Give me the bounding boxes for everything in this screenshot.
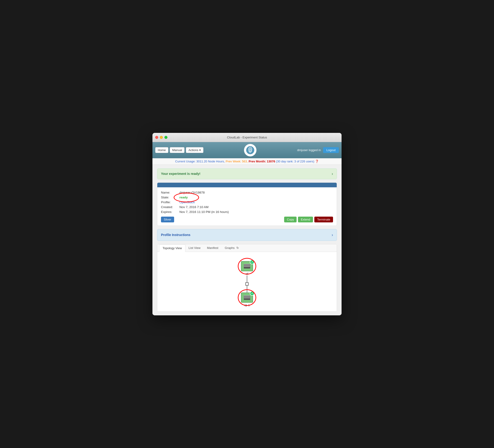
info-table: Name: dmjuser-QV19878 State: ready Profi… [157,190,337,214]
node-cp1-group[interactable]: ✓ cp-1 [241,293,253,307]
cp1-label: cp-1 [241,304,253,307]
sliver-button[interactable]: Sliver [161,217,174,222]
usage-prefix: Current Usage: 3011.20 Node Hours, [175,160,226,163]
profile-instructions-banner[interactable]: Profile Instructions › [157,229,337,241]
navbar: Home Manual Actions ▾ dmjuser logged in … [152,142,342,158]
name-row: Name: dmjuser-QV19878 [161,190,333,195]
tabs-nav: Topology View List View Manifest Graphs … [157,244,337,252]
expires-label: Expires: [161,210,179,214]
logout-button[interactable]: Logout [323,147,339,153]
tab-list[interactable]: List View [185,244,204,252]
ready-chevron: › [332,171,333,176]
rank-text: (30 day rank: 3 of 226 users) [276,160,314,163]
v-line-2 [247,286,247,293]
manual-button[interactable]: Manual [170,147,185,153]
tab-topology[interactable]: Topology View [159,244,185,252]
actions-button[interactable]: Actions ▾ [186,147,203,153]
state-value: ready [179,196,188,199]
progress-bar [157,183,337,187]
cp1-server-icon [244,295,250,300]
topology-content: ✓ ctl [157,252,337,311]
refresh-icon[interactable]: ↻ [236,246,239,249]
tabs-section: Topology View List View Manifest Graphs … [157,244,337,312]
main-content: Your experiment is ready! › Name: dmjuse… [152,165,342,315]
node-ctl-box[interactable]: ✓ [241,261,253,271]
profile-value[interactable]: OpenStack [179,200,195,204]
created-label: Created: [161,205,179,209]
profile-chevron: › [332,233,333,237]
ctl-label: ctl [241,272,253,275]
created-row: Created: Nov 7, 2016 7:10 AM [161,205,333,210]
svg-rect-2 [249,151,252,151]
title-bar: CloudLab - Experiment Status [152,133,342,142]
ready-banner[interactable]: Your experiment is ready! › [157,168,337,179]
topology-nodes: ✓ ctl [241,261,253,307]
state-row: State: ready [161,195,333,200]
profile-instructions-text: Profile Instructions [161,233,190,237]
node-cp1-box[interactable]: ✓ [241,293,253,303]
extend-button[interactable]: Extend [298,217,313,222]
ready-text: Your experiment is ready! [161,172,200,175]
usage-bar: Current Usage: 3011.20 Node Hours, Prev … [152,158,342,165]
prev-month: Prev Month: 13076 [249,160,275,163]
state-label: State: [161,196,179,199]
terminate-button[interactable]: Terminate [314,217,333,222]
window-title: CloudLab - Experiment Status [227,136,267,139]
node-ctl-group[interactable]: ✓ ctl [241,261,253,275]
info-card: Name: dmjuser-QV19878 State: ready Profi… [157,183,337,226]
logo-area [205,144,296,156]
copy-button[interactable]: Copy [284,217,296,222]
logo-icon [246,146,254,154]
expires-row: Expires: Nov 7, 2016 11:10 PM (in 16 hou… [161,210,333,214]
v-line-1 [247,275,247,282]
home-button[interactable]: Home [155,147,168,153]
name-label: Name: [161,191,179,194]
topology-area: ✓ ctl [162,257,332,307]
ctl-status-badge: ✓ [250,260,254,264]
profile-row: Profile: OpenStack [161,200,333,205]
profile-label: Profile: [161,200,179,204]
ctl-server-icon [244,264,250,269]
connector-square [245,282,249,286]
graphs-label: Graphs [225,246,235,249]
minimize-button[interactable] [160,136,163,139]
window-controls [155,136,167,139]
svg-point-4 [250,149,251,150]
main-window: CloudLab - Experiment Status Home Manual… [152,133,342,315]
help-icon[interactable]: ❓ [315,160,319,163]
close-button[interactable] [155,136,158,139]
user-area: dmjuser logged in Logout [297,147,339,153]
expires-value: Nov 7, 2016 11:10 PM (in 16 hours) [179,210,229,214]
name-value: dmjuser-QV19878 [179,191,205,194]
action-row: Sliver Copy Extend Terminate [157,214,337,222]
tab-manifest[interactable]: Manifest [204,244,222,252]
prev-week: Prev Week: 563, [226,160,248,163]
user-text: dmjuser logged in [297,148,321,152]
logo [244,144,257,156]
maximize-button[interactable] [164,136,167,139]
connector-line-1 [245,275,249,293]
cp1-status-badge: ✓ [250,291,254,296]
tab-graphs[interactable]: Graphs ↻ [222,244,242,252]
right-buttons: Copy Extend Terminate [284,217,333,222]
created-value: Nov 7, 2016 7:10 AM [179,205,209,209]
